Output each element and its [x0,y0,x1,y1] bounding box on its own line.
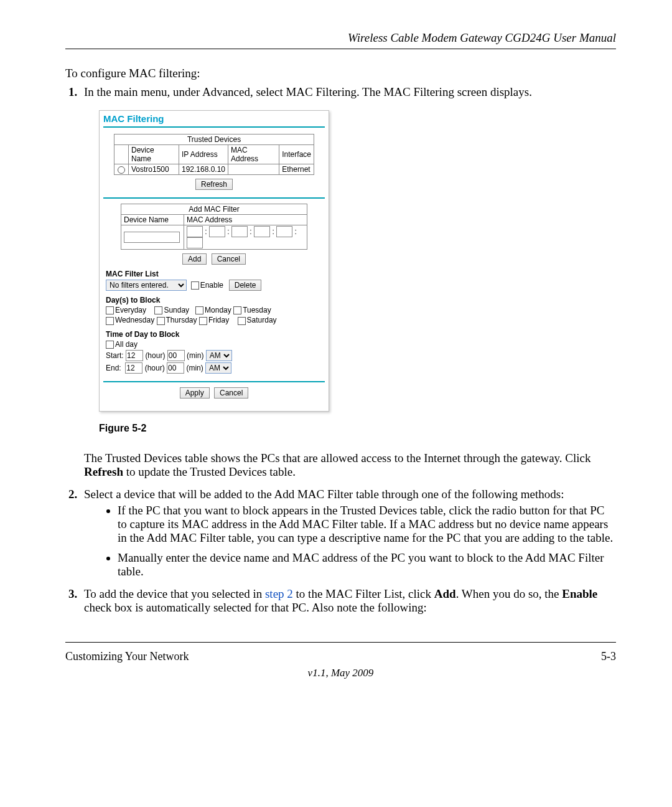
step-2-text: Select a device that will be added to th… [84,488,564,501]
radio-icon [118,166,125,174]
lbl-saturday: Saturday [247,316,277,324]
end-hour-input[interactable] [125,362,142,374]
fig-rule-3 [103,381,325,382]
mac-input-1[interactable] [187,226,203,237]
lbl-sunday: Sunday [164,306,189,314]
trusted-devices-table: Trusted Devices Device Name IP Address M… [114,134,314,175]
mac-input-6[interactable] [187,237,203,248]
chk-tuesday[interactable] [233,306,241,314]
end-min-input[interactable] [167,362,184,374]
lbl-tuesday: Tuesday [243,306,271,314]
step-2-bullet-1: If the PC that you want to block appears… [118,504,616,545]
step-1-text: In the main menu, under Advanced, select… [84,85,532,98]
chk-everyday[interactable] [106,306,114,314]
header-title: Wireless Cable Modem Gateway CGD24G User… [65,31,616,45]
hour-label-2: (hour) [145,364,165,372]
start-hour-input[interactable] [126,350,143,361]
mac-cell: : : : : : [184,225,307,250]
devname-cell [121,225,184,250]
chk-saturday[interactable] [238,317,246,325]
hour-label-1: (hour) [145,351,165,360]
lbl-allday: All day [115,340,138,349]
cancel-button-1[interactable]: Cancel [212,253,246,265]
chk-wednesday[interactable] [106,317,114,325]
min-label-2: (min) [186,364,203,372]
end-label: End: [106,364,121,372]
enable-label: Enable [200,281,223,290]
figure-caption: Figure 5-2 [99,423,616,434]
lbl-thursday: Thursday [166,316,197,324]
refresh-bold: Refresh [84,465,123,478]
intro-text: To configure MAC filtering: [65,67,616,80]
row-radio[interactable] [114,164,129,175]
footer-version: v1.1, May 2009 [65,667,616,679]
footer-rule [65,642,616,643]
step-2: Select a device that will be added to th… [80,488,616,578]
col-device-name: Device Name [129,145,179,164]
start-min-input[interactable] [167,350,185,361]
lbl-everyday: Everyday [115,306,146,314]
start-label: Start: [106,351,124,360]
col-ip-address: IP Address [179,145,228,164]
step-3-pre: To add the device that you selected in [84,587,265,600]
end-ampm-select[interactable]: AM [205,362,231,374]
post-figure-paragraph: The Trusted Devices table shows the PCs … [84,451,616,479]
step-3-mid2: . When you do so, the [456,587,562,600]
trusted-devices-header: Trusted Devices [114,134,314,145]
chk-sunday[interactable] [154,306,162,314]
chk-friday[interactable] [199,317,207,325]
fig-rule-1 [103,126,325,128]
col-select [114,145,129,164]
add-mac-label: MAC Address [184,215,307,225]
post-fig-pre: The Trusted Devices table shows the PCs … [84,451,591,465]
mac-input-3[interactable] [231,226,248,237]
fig-rule-2 [103,197,325,199]
step-1: In the main menu, under Advanced, select… [80,85,616,479]
add-button[interactable]: Add [182,253,207,265]
col-interface: Interface [279,145,314,164]
days-to-block-label: Day(s) to Block [106,296,329,304]
lbl-wednesday: Wednesday [115,316,154,324]
mac-input-4[interactable] [254,226,270,237]
row-interface: Ethernet [279,164,314,175]
chk-thursday[interactable] [157,317,165,325]
start-ampm-select[interactable]: AM [206,350,232,361]
add-mac-filter-header: Add MAC Filter [121,204,307,215]
chk-allday[interactable] [106,341,114,349]
min-label-1: (min) [187,351,203,360]
header-rule [65,49,616,49]
row-mac [228,164,279,175]
lbl-monday: Monday [205,306,231,314]
cancel-button-2[interactable]: Cancel [214,387,248,399]
apply-button[interactable]: Apply [180,387,210,399]
step-3-mid: to the MAC Filter List, click [293,587,434,600]
footer-right: 5-3 [601,650,616,663]
refresh-button[interactable]: Refresh [195,179,233,190]
footer-left: Customizing Your Network [65,650,189,663]
add-mac-filter-table: Add MAC Filter Device Name MAC Address :… [121,204,307,250]
mac-input-2[interactable] [209,226,225,237]
step-3: To add the device that you selected in s… [80,587,616,615]
enable-bold: Enable [562,587,597,600]
time-of-day-label: Time of Day to Block [106,330,329,339]
step-2-link[interactable]: step 2 [265,587,293,600]
add-bold: Add [434,587,456,600]
device-name-input[interactable] [124,232,180,243]
row-ip: 192.168.0.10 [179,164,228,175]
enable-checkbox[interactable] [191,281,199,290]
chk-monday[interactable] [195,306,203,314]
mac-filter-list-label: MAC Filter List [106,270,329,278]
add-devname-label: Device Name [121,215,184,225]
mac-input-5[interactable] [276,226,292,237]
delete-button[interactable]: Delete [229,280,262,291]
lbl-friday: Friday [208,316,229,324]
mac-filter-select[interactable]: No filters entered. [106,280,187,291]
figure-mac-filtering: MAC Filtering Trusted Devices Device Nam… [99,110,329,412]
col-mac-address: MAC Address [228,145,279,164]
fig-title: MAC Filtering [100,111,329,125]
step-2-bullet-2: Manually enter the device name and MAC a… [118,551,616,578]
step-3-post: check box is automatically selected for … [84,601,427,614]
post-fig-post: to update the Trusted Devices table. [123,465,296,478]
row-device-name: Vostro1500 [129,164,179,175]
